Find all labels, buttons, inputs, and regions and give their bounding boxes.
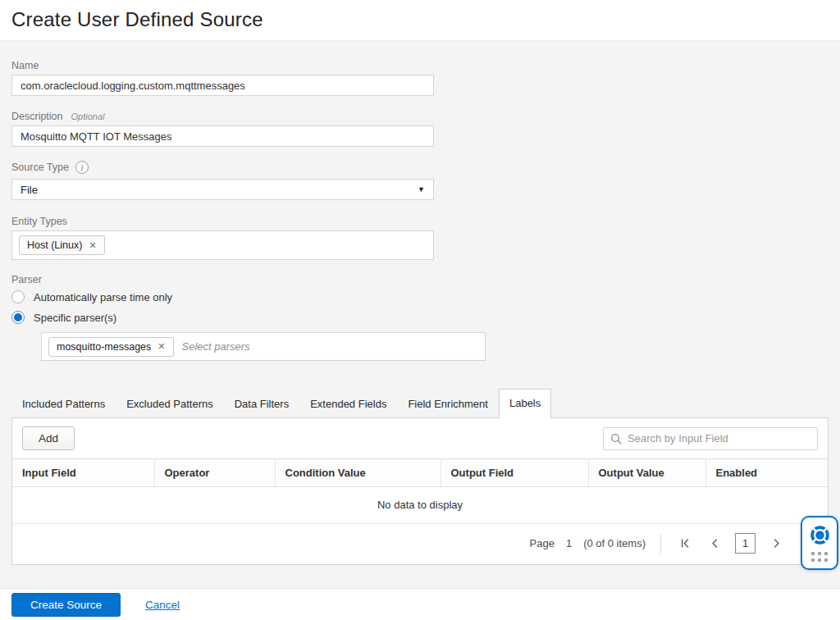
page-label: Page: [530, 537, 555, 549]
entity-types-label: Entity Types: [11, 216, 67, 227]
page-header: Create User Defined Source: [0, 0, 840, 41]
entity-type-tag-label: Host (Linux): [27, 239, 82, 251]
radio-option-auto-parse[interactable]: Automatically parse time only: [11, 290, 829, 303]
name-input[interactable]: [11, 75, 434, 96]
parsers-placeholder: Select parsers: [182, 340, 250, 353]
empty-state-message: No data to display: [12, 487, 828, 524]
optional-note: Optional: [71, 112, 105, 121]
tab-included-patterns[interactable]: Included Patterns: [11, 390, 116, 417]
create-user-defined-source-page: Create User Defined Source Name Descript…: [0, 0, 840, 620]
page-value: 1: [566, 537, 572, 549]
tab-labels[interactable]: Labels: [499, 389, 551, 418]
parser-label: Parser: [11, 274, 42, 285]
source-type-select[interactable]: File ▼: [11, 179, 434, 200]
search-input[interactable]: [628, 432, 810, 444]
column-header-condition-value: Condition Value: [275, 459, 441, 487]
radio-option-specific-parsers[interactable]: Specific parser(s): [11, 311, 829, 324]
parsers-input[interactable]: mosquitto-messages ✕ Select parsers: [41, 332, 486, 361]
labels-toolbar: Add: [12, 418, 828, 458]
tab-bar: Included Patterns Excluded Patterns Data…: [11, 391, 829, 417]
current-page-box[interactable]: 1: [735, 533, 756, 554]
pagination-divider: [660, 534, 661, 554]
page-title: Create User Defined Source: [11, 8, 829, 31]
life-ring-help-icon[interactable]: [809, 524, 831, 546]
parser-tag: mosquitto-messages ✕: [48, 337, 174, 357]
column-header-operator: Operator: [154, 459, 275, 487]
drag-handle-dots-icon[interactable]: [811, 552, 828, 562]
info-icon[interactable]: i: [75, 161, 89, 174]
column-header-output-value: Output Value: [588, 459, 705, 487]
help-widget[interactable]: [801, 516, 838, 570]
entity-types-input[interactable]: Host (Linux) ✕: [11, 230, 434, 260]
create-source-button[interactable]: Create Source: [11, 593, 121, 617]
tab-excluded-patterns[interactable]: Excluded Patterns: [116, 390, 224, 417]
next-page-icon[interactable]: [767, 535, 785, 553]
chevron-down-icon: ▼: [418, 185, 425, 194]
name-label: Name: [11, 60, 39, 71]
form-area: Name Description Optional Source Type i …: [0, 41, 840, 588]
parser-field: Parser Automatically parse time only Spe…: [11, 274, 829, 361]
description-input[interactable]: [11, 125, 434, 147]
labels-panel: Add Input Field Operator: [11, 417, 829, 565]
search-box: [603, 427, 818, 450]
radio-label-auto-parse[interactable]: Automatically parse time only: [34, 291, 172, 303]
entity-type-tag: Host (Linux) ✕: [19, 235, 105, 255]
tab-extended-fields[interactable]: Extended Fields: [299, 390, 397, 417]
close-icon[interactable]: ✕: [158, 342, 165, 351]
description-label: Description: [11, 111, 63, 122]
radio-unchecked-icon[interactable]: [11, 290, 25, 303]
name-field: Name: [11, 60, 829, 96]
page-footer: Create Source Cancel: [0, 588, 840, 620]
labels-table: Input Field Operator Condition Value Out…: [12, 458, 828, 524]
tab-data-filters[interactable]: Data Filters: [224, 390, 299, 417]
add-button[interactable]: Add: [22, 426, 75, 450]
description-field: Description Optional: [11, 111, 829, 147]
cancel-link[interactable]: Cancel: [145, 599, 180, 611]
items-count: (0 of 0 items): [583, 537, 646, 549]
column-header-output-field: Output Field: [441, 459, 588, 487]
source-type-value: File: [21, 184, 38, 196]
close-icon[interactable]: ✕: [89, 241, 96, 250]
previous-page-icon[interactable]: [705, 535, 724, 553]
radio-checked-icon[interactable]: [11, 311, 25, 324]
pagination: Page 1 (0 of 0 items) 1: [12, 524, 828, 564]
column-header-enabled: Enabled: [705, 459, 828, 487]
first-page-icon[interactable]: [676, 535, 694, 553]
search-icon: [610, 433, 622, 444]
source-type-label: Source Type: [11, 162, 69, 173]
table-header-row: Input Field Operator Condition Value Out…: [12, 459, 828, 487]
parser-tag-label: mosquitto-messages: [57, 341, 151, 353]
tab-field-enrichment[interactable]: Field Enrichment: [397, 390, 499, 417]
column-header-input-field: Input Field: [12, 459, 154, 487]
source-type-field: Source Type i File ▼: [11, 161, 829, 200]
empty-state-row: No data to display: [12, 487, 828, 524]
radio-label-specific-parsers[interactable]: Specific parser(s): [34, 312, 116, 324]
entity-types-field: Entity Types Host (Linux) ✕: [11, 216, 829, 260]
